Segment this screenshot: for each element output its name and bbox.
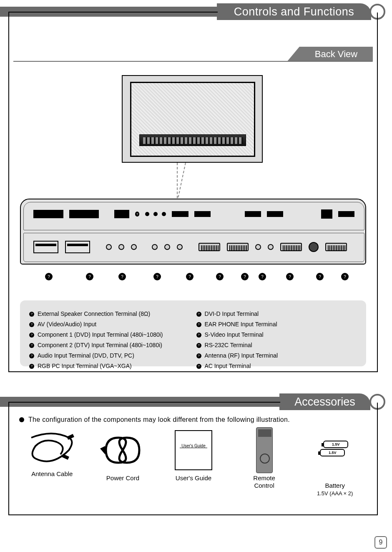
accessory-remote-control: Remote Control <box>231 429 298 489</box>
svideo-jack-icon <box>268 244 274 250</box>
callout-marker-icon: ? <box>86 273 93 280</box>
rca-jack-icon <box>177 244 183 250</box>
callout-marker-icon: ? <box>216 273 224 280</box>
rear-connector-panel: ? <box>20 199 366 265</box>
terminal-descriptions-box: ?External Speaker Connection Terminal (8… <box>20 300 366 366</box>
callout-marker-icon: ? <box>241 273 249 280</box>
antenna-cable-icon <box>27 429 77 467</box>
note-text: The configuration of the components may … <box>28 416 290 423</box>
port-icon <box>267 211 283 217</box>
svg-rect-1 <box>62 454 69 460</box>
bullet-icon <box>19 417 24 422</box>
dvi-port-icon <box>227 243 249 251</box>
rs232c-port-icon <box>280 243 302 251</box>
desc-text: EAR PHONE Input Terminal <box>205 320 277 329</box>
desc-text: RGB PC Input Terminal (VGA~XGA) <box>38 362 132 371</box>
rca-jack-icon <box>131 244 137 250</box>
rca-jack-icon <box>152 244 158 250</box>
desc-item: ?RGB PC Input Terminal (VGA~XGA) <box>29 362 163 371</box>
callout-marker-icon: ? <box>186 273 193 280</box>
bullet-icon: ? <box>196 353 201 358</box>
rf-port-icon <box>309 242 319 252</box>
desc-text: DVI-D Input Terminal <box>205 310 259 318</box>
ac-input-icon <box>325 243 347 251</box>
desc-text: Audio Input Terminal (DVD, DTV, PC) <box>38 351 134 360</box>
descriptions-left-list: ?External Speaker Connection Terminal (8… <box>29 308 163 372</box>
bullet-icon: ? <box>196 343 201 348</box>
desc-text: AV (Video/Audio) Input <box>38 320 96 329</box>
bullet-icon: ? <box>29 312 34 317</box>
page-number: 9 <box>374 536 387 549</box>
battery-icon: 1.5V 1.5V <box>308 429 362 471</box>
speaker-terminal-icon <box>69 210 99 218</box>
bullet-icon: ? <box>196 312 201 317</box>
desc-text: Antenna (RF) Input Terminal <box>205 351 278 360</box>
back-view-tab: Back View <box>299 47 373 62</box>
bullet-icon: ? <box>196 333 201 338</box>
bullet-icon: ? <box>196 322 201 327</box>
desc-text: AC Input Terminal <box>205 362 251 371</box>
speaker-jack-icon <box>33 241 58 253</box>
vga-port-icon <box>199 243 220 251</box>
accessory-label: User's Guide <box>176 474 211 482</box>
accessory-users-guide: User's Guide User's Guide <box>160 429 227 482</box>
desc-item: ?DVI-D Input Terminal <box>196 310 278 318</box>
desc-text: Component 2 (DTV) Input Terminal (480i~1… <box>38 341 162 350</box>
callout-marker-icon: ? <box>259 273 266 280</box>
callout-marker-icon: ? <box>135 212 140 217</box>
bullet-icon: ? <box>29 322 34 327</box>
callout-marker-icon: ? <box>153 273 161 280</box>
battery-label-text: Battery <box>325 482 345 489</box>
battery-spec-text: 1.5V (AAA × 2) <box>317 490 353 497</box>
port-icon <box>245 211 261 217</box>
page-number-text: 9 <box>379 539 383 546</box>
desc-item: ?RS-232C Terminal <box>196 341 278 350</box>
component-jacks-icon <box>145 212 166 216</box>
accessories-note: The configuration of the components may … <box>19 416 290 423</box>
desc-item: ?EAR PHONE Input Terminal <box>196 320 278 329</box>
descriptions-right-list: ?DVI-D Input Terminal ?EAR PHONE Input T… <box>196 308 278 372</box>
bullet-icon: ? <box>29 333 34 338</box>
desc-item: ?External Speaker Connection Terminal (8… <box>29 310 163 318</box>
svg-marker-2 <box>100 446 105 454</box>
power-cord-icon <box>95 429 150 471</box>
accessory-battery: 1.5V 1.5V Battery 1.5V (AAA × 2) <box>302 429 368 497</box>
callout-marker-icon: ? <box>341 273 349 280</box>
accessory-antenna-cable: Antenna Cable <box>19 429 85 478</box>
desc-item: ?Antenna (RF) Input Terminal <box>196 351 278 360</box>
callout-marker-icon: ? <box>118 273 126 280</box>
desc-text: RS-232C Terminal <box>205 341 252 350</box>
rca-jack-icon <box>118 244 124 250</box>
desc-item: ?S-Video Input Terminal <box>196 330 278 339</box>
callout-marker-icon: ? <box>45 273 53 280</box>
port-icon <box>172 211 188 217</box>
bullet-icon: ? <box>29 343 34 348</box>
battery-cell-label: 1.5V <box>320 449 345 456</box>
desc-item: ?AC Input Terminal <box>196 362 278 371</box>
antenna-port-icon <box>321 209 332 219</box>
accessory-label: Remote Control <box>253 474 275 489</box>
bullet-icon: ? <box>29 353 34 358</box>
accessory-label: Antenna Cable <box>31 470 73 478</box>
users-guide-icon: User's Guide <box>166 429 221 471</box>
earphone-jack-icon <box>255 244 261 250</box>
desc-text: S-Video Input Terminal <box>205 330 264 339</box>
callout-marker-icon: ? <box>286 273 294 280</box>
accessories-row: Antenna Cable Power Cord User's Guide Us… <box>17 429 370 504</box>
desc-item: ?AV (Video/Audio) Input <box>29 320 163 329</box>
desc-item: ?Component 1 (DVD) Input Terminal (480i~… <box>29 330 163 339</box>
tv-back-illustration <box>122 75 263 163</box>
rca-jack-icon <box>164 244 170 250</box>
remote-control-icon <box>237 429 291 471</box>
callout-marker-icon: ? <box>316 273 324 280</box>
desc-text: Component 1 (DVD) Input Terminal (480i~1… <box>38 330 163 339</box>
accessory-power-cord: Power Cord <box>89 429 156 482</box>
accessory-label: Power Cord <box>106 474 139 482</box>
back-view-divider <box>13 61 372 62</box>
speaker-jack-icon <box>65 241 90 253</box>
desc-item: ?Component 2 (DTV) Input Terminal (480i~… <box>29 341 163 350</box>
accessory-label: Battery 1.5V (AAA × 2) <box>317 474 353 497</box>
callout-marker-row: ? ? ? ? ? ? ? ? ? ? ? <box>24 273 362 285</box>
port-icon <box>338 211 354 217</box>
desc-text: External Speaker Connection Terminal (8Ω… <box>38 310 150 318</box>
